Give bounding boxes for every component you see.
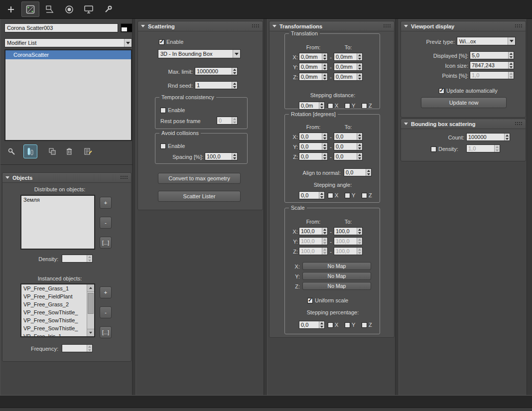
spinner-arrows[interactable] bbox=[319, 321, 324, 328]
checkbox[interactable] bbox=[362, 322, 367, 328]
spinner-arrows[interactable] bbox=[232, 68, 237, 75]
spinner-arrows[interactable] bbox=[357, 143, 362, 150]
rotation-z-to-field[interactable]: 0,0 bbox=[334, 152, 363, 160]
spinner-arrows[interactable] bbox=[322, 63, 327, 70]
bounding-box-rollout-header[interactable]: Bounding box scattering bbox=[401, 119, 526, 129]
list-item[interactable]: VP_Free_Grass_2 bbox=[21, 300, 94, 308]
spinner-arrows[interactable] bbox=[87, 345, 92, 352]
spinner-arrows[interactable] bbox=[508, 52, 514, 59]
checkbox[interactable] bbox=[362, 193, 367, 198]
previz-type-dropdown[interactable]: Wi...ox bbox=[457, 37, 516, 45]
stepping-z-checkbox[interactable]: Z bbox=[362, 192, 372, 199]
distribute-add-button[interactable]: + bbox=[100, 197, 112, 209]
scale-y-map-button[interactable]: No Map bbox=[302, 272, 371, 280]
stepping-angle-field[interactable]: 0,0 bbox=[299, 191, 325, 199]
list-item[interactable]: VP_Free_FieldPlant bbox=[21, 292, 94, 300]
collisions-enable-checkbox[interactable]: Enable bbox=[160, 142, 185, 149]
checkbox[interactable] bbox=[439, 88, 444, 94]
scale-x-map-button[interactable]: No Map bbox=[302, 262, 371, 270]
scatter-create-button[interactable] bbox=[21, 1, 39, 17]
stepping-y-checkbox[interactable]: Y bbox=[345, 102, 355, 109]
rest-pose-frame-field[interactable]: 0 bbox=[217, 117, 238, 125]
translation-x-to-field[interactable]: 0,0mm bbox=[334, 53, 363, 61]
rotation-x-from-field[interactable]: 0,0 bbox=[299, 133, 328, 140]
make-unique-button[interactable] bbox=[45, 144, 59, 158]
spinner-arrows[interactable] bbox=[357, 53, 362, 60]
modifier-list-dropdown[interactable]: Modifier List bbox=[4, 38, 132, 47]
stepping-x-checkbox[interactable]: X bbox=[328, 321, 338, 328]
spinner-arrows[interactable] bbox=[319, 192, 324, 199]
spinner-arrows[interactable] bbox=[366, 169, 371, 176]
spinner-arrows[interactable] bbox=[357, 228, 362, 235]
scroll-down-icon[interactable] bbox=[87, 329, 94, 336]
count-field[interactable]: 100000 bbox=[466, 133, 510, 141]
spinner-arrows[interactable] bbox=[357, 248, 362, 255]
bbox-density-field[interactable]: 1,0 bbox=[466, 144, 500, 152]
pick-target-button[interactable] bbox=[41, 1, 59, 17]
spinner-arrows[interactable] bbox=[357, 133, 362, 140]
scattering-rollout-header[interactable]: Scattering bbox=[138, 21, 263, 31]
update-automatically-checkbox[interactable]: Update automatically bbox=[439, 87, 498, 94]
scale-y-to-field[interactable]: 100,0 bbox=[334, 237, 363, 245]
frequency-field[interactable] bbox=[62, 344, 93, 352]
scale-y-from-field[interactable]: 100,0 bbox=[299, 237, 328, 245]
checkbox[interactable] bbox=[328, 322, 333, 328]
spinner-arrows[interactable] bbox=[508, 62, 514, 69]
list-item[interactable]: VP_Free_Iris_1 bbox=[21, 332, 94, 337]
spinner-arrows[interactable] bbox=[322, 248, 327, 255]
instanced-remove-button[interactable]: - bbox=[100, 306, 112, 318]
instanced-objects-list[interactable]: VP_Free_Grass_1 VP_Free_FieldPlant VP_Fr… bbox=[20, 283, 95, 337]
scatter-lister-button[interactable]: Scatter Lister bbox=[158, 191, 241, 202]
add-button[interactable] bbox=[2, 1, 20, 17]
stepping-y-checkbox[interactable]: Y bbox=[345, 192, 355, 199]
object-name-field[interactable]: Corona Scatter003 bbox=[4, 23, 118, 32]
rotation-x-to-field[interactable]: 0,0 bbox=[334, 133, 363, 140]
objects-rollout-header[interactable]: Objects bbox=[2, 173, 131, 183]
list-item[interactable]: VP_Free_SowThistle_ bbox=[21, 324, 94, 332]
modifier-stack-list[interactable]: CoronaScatter bbox=[4, 49, 132, 141]
scale-x-to-field[interactable]: 100,0 bbox=[334, 227, 363, 235]
spinner-arrows[interactable] bbox=[357, 153, 362, 160]
object-color-swatch[interactable] bbox=[121, 23, 133, 32]
scale-z-map-button[interactable]: No Map bbox=[302, 282, 371, 290]
density-checkbox[interactable]: Density: bbox=[431, 145, 458, 152]
configure-modifier-sets-button[interactable] bbox=[81, 144, 95, 158]
list-item[interactable]: VP_Free_SowThistle_ bbox=[21, 316, 94, 324]
scale-x-from-field[interactable]: 100,0 bbox=[299, 227, 328, 235]
spinner-arrows[interactable] bbox=[508, 72, 514, 79]
drag-grip[interactable] bbox=[515, 24, 523, 28]
checkbox[interactable] bbox=[328, 193, 333, 198]
spinner-arrows[interactable] bbox=[322, 228, 327, 235]
spinner-arrows[interactable] bbox=[322, 73, 327, 80]
spinner-arrows[interactable] bbox=[322, 238, 327, 245]
spinner-arrows[interactable] bbox=[322, 143, 327, 150]
list-scrollbar[interactable] bbox=[87, 284, 94, 336]
rotation-y-to-field[interactable]: 0,0 bbox=[334, 142, 363, 150]
points-percent-field[interactable]: 1,0 bbox=[470, 71, 514, 79]
density-field[interactable] bbox=[62, 255, 93, 263]
spinner-arrows[interactable] bbox=[322, 133, 327, 140]
align-to-normal-field[interactable]: 0,0 bbox=[344, 168, 372, 176]
rotation-y-from-field[interactable]: 0,0 bbox=[299, 142, 328, 150]
scroll-thumb[interactable] bbox=[88, 293, 94, 314]
translation-z-to-field[interactable]: 0,0mm bbox=[334, 73, 363, 81]
spinner-arrows[interactable] bbox=[319, 102, 324, 109]
checkbox[interactable] bbox=[345, 193, 350, 198]
list-item[interactable]: Земля bbox=[21, 196, 94, 204]
instanced-pick-button[interactable]: [...] bbox=[100, 326, 112, 338]
checkbox[interactable] bbox=[431, 146, 436, 152]
checkbox[interactable] bbox=[160, 143, 166, 149]
spinner-arrows[interactable] bbox=[232, 117, 237, 124]
stepping-x-checkbox[interactable]: X bbox=[328, 102, 338, 109]
checkbox[interactable] bbox=[345, 103, 350, 109]
uniform-scale-checkbox[interactable]: Uniform scale bbox=[307, 297, 348, 304]
icon-size-field[interactable]: 7847,243 bbox=[470, 61, 514, 69]
stepping-y-checkbox[interactable]: Y bbox=[345, 321, 355, 328]
spinner-arrows[interactable] bbox=[87, 255, 92, 262]
displayed-percent-field[interactable]: 5,0 bbox=[470, 51, 514, 59]
scroll-up-icon[interactable] bbox=[87, 284, 94, 292]
spinner-arrows[interactable] bbox=[504, 134, 510, 140]
stepping-z-checkbox[interactable]: Z bbox=[362, 102, 372, 109]
spinner-arrows[interactable] bbox=[232, 153, 237, 160]
stepping-percentage-field[interactable]: 0,0 bbox=[299, 321, 325, 329]
